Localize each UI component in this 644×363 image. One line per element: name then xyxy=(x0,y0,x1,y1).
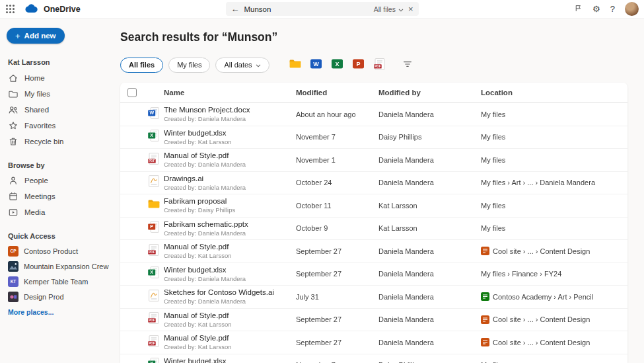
select-all-checkbox[interactable] xyxy=(127,88,137,97)
file-location[interactable]: My files xyxy=(481,156,505,164)
file-name[interactable]: Manual of Style.pdf xyxy=(164,334,296,343)
file-location[interactable]: My files xyxy=(481,133,505,141)
sidebar-item-recycle-bin[interactable]: Recycle bin xyxy=(0,134,114,149)
file-name[interactable]: Sketches for Contoso Widgets.ai xyxy=(164,288,296,297)
type-filter-word[interactable]: W xyxy=(308,56,325,73)
type-filter-folder[interactable] xyxy=(287,56,304,73)
file-modified: September 27 xyxy=(296,270,378,278)
filter-pill-my-files[interactable]: My files xyxy=(168,58,210,73)
table-row[interactable]: Drawings.ai Created by: Daniela Mandera … xyxy=(120,172,627,195)
sidebar-item-home[interactable]: Home xyxy=(0,70,114,86)
file-name[interactable]: Manual of Style.pdf xyxy=(164,243,296,251)
sidebar-item-favorites[interactable]: Favorites xyxy=(0,118,114,134)
sidebar-item-shared[interactable]: Shared xyxy=(0,102,114,118)
filter-pill-all-files[interactable]: All files xyxy=(120,58,163,73)
feedback-flag-button[interactable] xyxy=(574,4,583,14)
file-name[interactable]: Winter budget.xlsx xyxy=(164,129,296,138)
table-row[interactable]: X Winter budget.xlsx Created by: Kat Lar… xyxy=(120,354,627,363)
filters-button[interactable] xyxy=(399,56,416,73)
file-location[interactable]: My files › Art › ... › Daniela Mandera xyxy=(481,179,595,186)
type-filter-excel[interactable]: X xyxy=(329,56,346,73)
table-row[interactable]: PDF Manual of Style.pdf Created by: Kat … xyxy=(120,240,627,263)
column-header-modified[interactable]: Modified xyxy=(296,89,378,97)
file-created-by: Created by: Daniela Mandera xyxy=(164,115,296,122)
table-row[interactable]: PDF Manual of Style.pdf Created by: Kat … xyxy=(120,331,627,354)
file-created-by: Created by: Daniela Mandera xyxy=(164,184,296,191)
person-icon xyxy=(8,175,18,186)
file-modified: October 11 xyxy=(296,202,378,210)
search-box[interactable]: ← All files × xyxy=(226,2,419,16)
search-scope-dropdown[interactable]: All files xyxy=(374,5,404,13)
file-name[interactable]: Manual of Style.pdf xyxy=(164,311,296,320)
table-row[interactable]: X Winter budget.xlsx Created by: Kat Lar… xyxy=(120,126,627,149)
file-location[interactable]: Cool site › ... › Content Design xyxy=(493,315,590,323)
sidebar-item-people[interactable]: People xyxy=(0,173,114,188)
file-modified-by: Daniela Mandera xyxy=(378,110,481,118)
word-tile-icon: W xyxy=(310,58,322,72)
sidebar-browse: People Meetings Media xyxy=(0,173,114,220)
file-location[interactable]: Cool site › ... › Content Design xyxy=(493,339,590,346)
type-filter-pdf[interactable]: PDF xyxy=(371,56,388,73)
file-modified-by: Daisy Phillips xyxy=(378,133,481,141)
filter-pills: All files My files All dates xyxy=(120,58,269,73)
file-location[interactable]: My files xyxy=(481,224,505,232)
sidebar-item-my-files[interactable]: My files xyxy=(0,86,114,102)
sidebar-nav: Home My files Shared Favorites Recycle b… xyxy=(0,70,114,149)
quick-access-design-prod[interactable]: Design Prod xyxy=(0,289,114,304)
file-name[interactable]: Drawings.ai xyxy=(164,175,296,183)
svg-text:PDF: PDF xyxy=(149,342,155,345)
file-location[interactable]: My files xyxy=(481,110,505,118)
table-row[interactable]: PDF Manual of Style.pdf Created by: Dani… xyxy=(120,149,627,172)
svg-text:PDF: PDF xyxy=(149,159,155,163)
file-location[interactable]: Cool site › ... › Content Design xyxy=(493,247,590,255)
file-name[interactable]: Manual of Style.pdf xyxy=(164,151,296,160)
file-modified-by: Daniela Mandera xyxy=(378,156,481,164)
onedrive-brand[interactable]: OneDrive xyxy=(25,3,81,15)
settings-button[interactable]: ⚙ xyxy=(592,5,600,13)
column-header-location[interactable]: Location xyxy=(481,89,627,97)
sidebar-item-meetings[interactable]: Meetings xyxy=(0,188,114,204)
file-modified-by: Kat Larsson xyxy=(378,202,481,210)
file-name[interactable]: Fabrikam proposal xyxy=(164,197,296,206)
help-button[interactable]: ? xyxy=(610,5,615,13)
file-created-by: Created by: Daniela Mandera xyxy=(164,275,296,282)
type-filter-powerpoint[interactable]: P xyxy=(350,56,367,73)
back-arrow-icon[interactable]: ← xyxy=(231,5,240,13)
add-new-button[interactable]: + Add new xyxy=(7,28,65,44)
table-row[interactable]: X Winter budget.xlsx Created by: Daniela… xyxy=(120,263,627,286)
quick-access-kemper-table-team[interactable]: KT Kemper Table Team xyxy=(0,274,114,289)
ai-icon xyxy=(147,289,161,305)
file-name[interactable]: Winter budget.xlsx xyxy=(164,357,296,363)
sidebar-item-media[interactable]: Media xyxy=(0,204,114,220)
add-new-label: Add new xyxy=(24,32,56,40)
file-name[interactable]: The Munson Project.docx xyxy=(164,106,296,114)
quick-access-mountain-expansion-crew[interactable]: Mountain Expansion Crew xyxy=(0,259,114,274)
filter-pill-all-dates[interactable]: All dates xyxy=(215,58,269,73)
table-header: Name Modified Modified by Location xyxy=(120,83,627,103)
file-name[interactable]: Winter budget.xlsx xyxy=(164,266,296,274)
file-modified: About an hour ago xyxy=(296,110,378,118)
column-header-modified-by[interactable]: Modified by xyxy=(378,89,481,97)
quick-access-contoso-product[interactable]: CP Contoso Product xyxy=(0,243,114,259)
table-row[interactable]: PDF Manual of Style.pdf Created by: Kat … xyxy=(120,309,627,332)
avatar[interactable] xyxy=(625,2,639,16)
file-modified-by: Daniela Mandera xyxy=(378,315,481,323)
home-icon xyxy=(8,73,18,83)
search-clear-button[interactable]: × xyxy=(408,5,413,13)
file-location[interactable]: Contoso Academy › Art › Pencil xyxy=(493,293,593,301)
site-badge: CP xyxy=(8,246,18,257)
table-row[interactable]: Sketches for Contoso Widgets.ai Created … xyxy=(120,286,627,309)
search-input[interactable] xyxy=(244,5,369,13)
file-name[interactable]: Fabrikam schematic.pptx xyxy=(164,220,296,229)
file-modified: October 24 xyxy=(296,179,378,186)
table-row[interactable]: W The Munson Project.docx Created by: Da… xyxy=(120,103,627,126)
table-row[interactable]: Fabrikam proposal Created by: Daisy Phil… xyxy=(120,194,627,218)
file-location[interactable]: My files › Finance › FY24 xyxy=(481,270,561,278)
mountain-thumb-icon xyxy=(8,261,18,272)
sidebar-item-label: Meetings xyxy=(24,192,55,200)
file-location[interactable]: My files xyxy=(481,202,505,210)
more-places-link[interactable]: More places... xyxy=(8,308,54,316)
app-launcher-button[interactable] xyxy=(0,0,20,19)
table-row[interactable]: P Fabrikam schematic.pptx Created by: Da… xyxy=(120,218,627,241)
column-header-name[interactable]: Name xyxy=(164,89,296,97)
